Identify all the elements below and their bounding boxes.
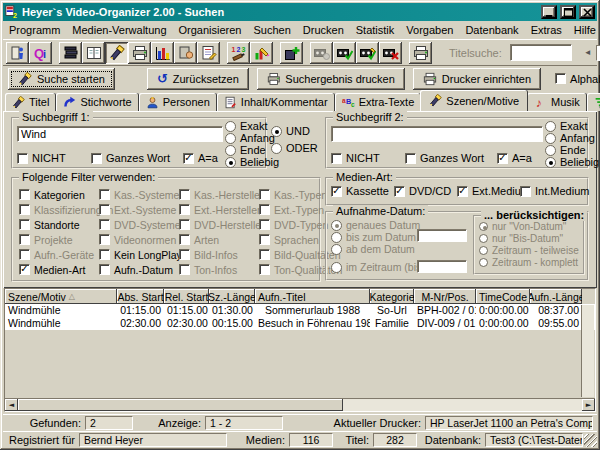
resize-grip[interactable] [584,434,597,447]
filter-checkbox[interactable]: Kein LongPlay [99,247,179,262]
search-option-checkbox[interactable]: Ganzes Wort [405,152,484,164]
scroll-right-icon[interactable]: ► [582,399,595,411]
search-mode-radio[interactable]: Exakt [545,120,588,132]
column-header[interactable]: TimeCode [476,289,530,304]
titelsuche-spinner: ◄ ► [582,45,600,61]
results-table: Szene/Motiv △ Abs. Start Rel. Start Sz.-… [4,288,596,412]
group-title: Suchbegriff 2: [333,111,407,123]
menu-item[interactable]: Organisieren [173,22,248,38]
search-option-checkbox[interactable]: NICHT [17,152,66,164]
close-button[interactable] [579,5,595,19]
media-overview-icon[interactable] [59,42,82,64]
column-header[interactable]: Abs. Start [117,289,164,304]
column-header[interactable]: Aufn.-Länge [530,289,582,304]
media-type-checkbox[interactable]: DVD/CD [394,185,457,197]
scrollbar-track[interactable] [343,399,582,411]
found-value: 2 [85,416,133,430]
tab-szenen-motive[interactable]: Szenen/Motive [420,90,528,111]
search-mode-radio[interactable]: Anfang [225,132,275,144]
print-labels-icon[interactable] [409,42,432,64]
search-icon[interactable] [105,42,128,64]
column-header[interactable]: Rel. Start [164,289,209,304]
printer-setup-button[interactable]: Drucker einrichten [413,68,541,90]
date-input-2 [417,260,467,273]
menu-item[interactable]: Suchen [248,22,297,38]
maximize-button[interactable] [560,5,576,19]
menu-item[interactable]: Statistik [350,22,401,38]
recording-date-group: Aufnahme-Datum: genaues Datum bis zum Da… [325,211,589,281]
spinner-left-icon[interactable]: ◄ [582,48,594,57]
minimize-button[interactable] [541,5,557,19]
column-header-szene-motiv[interactable]: Szene/Motiv △ [5,289,117,304]
edit-notes-icon[interactable] [197,42,220,64]
filter-checkbox: Sprachen [259,232,325,247]
filter-checkbox[interactable]: Standorte [19,217,99,232]
menu-item[interactable]: Hilfe [568,22,600,38]
search-option-checkbox[interactable]: A=a [497,152,532,164]
column-header[interactable]: Kategorie [370,289,414,304]
menu-item[interactable]: Programm [3,22,66,38]
renumber-icon[interactable] [227,42,250,64]
combine-radio[interactable]: UND [271,125,310,137]
tab-stichworte[interactable]: Stichworte [56,93,138,111]
search-option-checkbox[interactable]: NICHT [331,152,380,164]
result-row[interactable]: Windmühle 01:15.00 01:15.00 01:30.00 Som… [5,304,595,317]
tab-filter[interactable]: Filter [587,93,600,111]
search-option-checkbox[interactable]: A=a [183,152,218,164]
print-results-button[interactable]: Suchergebnis drucken [257,68,405,90]
catalog-icon[interactable] [82,42,105,64]
search-mode-radio[interactable]: Ende [225,144,266,156]
media-type-checkbox[interactable]: Ext.Medium [457,185,520,197]
combine-radio[interactable]: ODER [271,142,318,154]
menu-item[interactable]: Drucken [297,22,350,38]
menu-item[interactable]: Vorgaben [400,22,459,38]
scrollbar-thumb[interactable] [18,399,343,411]
search-mode-radio[interactable]: Beliebig [545,156,599,168]
menu-item[interactable]: Datenbank [459,22,524,38]
filter-checkbox: Kas.-Systeme [99,187,179,202]
search-mode-radio[interactable]: Exakt [225,120,268,132]
date-mode-radio: im Zeitraum (bis:) [331,261,428,273]
tab-personen[interactable]: Personen [139,93,217,111]
quickinfo-icon[interactable] [29,42,52,64]
tab-extra-texte[interactable]: Extra-Texte [335,93,422,111]
column-header[interactable]: M-Nr/Pos. [414,289,476,304]
result-row[interactable]: Windmühle 02:30.00 02:30.00 00:15.00 Bes… [5,317,595,330]
print-icon[interactable] [128,42,151,64]
search-option-checkbox[interactable]: Ganzes Wort [91,152,170,164]
column-header[interactable]: Sz.-Länge [209,289,255,304]
vertical-scrollbar[interactable] [581,305,594,397]
add-media-icon[interactable] [280,42,303,64]
search-term-2-input[interactable] [331,126,543,142]
app-icon [5,5,19,19]
search-term-1-input[interactable] [17,126,223,142]
reset-button[interactable]: ↺ Zurücksetzen [147,68,249,90]
statistics-icon[interactable] [151,42,174,64]
tab-titel[interactable]: Titel [5,93,56,111]
filter-checkbox[interactable]: Kategorien [19,187,99,202]
column-header[interactable]: Aufn.-Titel [255,289,370,304]
titelsuche-input[interactable] [510,44,572,61]
edit-statistics-icon[interactable] [250,42,273,64]
menu-item[interactable]: Medien-Verwaltung [66,22,172,38]
tab-musik[interactable]: Musik [527,93,587,111]
media-edit-icon[interactable] [356,42,379,64]
tab-inhalt-kommentar[interactable]: Inhalt/Kommentar [217,93,335,111]
printer-icon [423,72,437,86]
filter-checkbox[interactable]: Aufn.-Datum [99,262,179,277]
search-term-2-group: Suchbegriff 2: NICHT Ganzes Wort A=a Exa… [325,117,589,169]
media-type-checkbox[interactable]: Int.Medium [520,185,583,197]
media-checkin-icon[interactable] [333,42,356,64]
search-mode-radio[interactable]: Anfang [545,132,595,144]
lend-icon[interactable] [174,42,197,64]
media-delete-icon[interactable] [379,42,402,64]
alphabetical-sort-checkbox[interactable]: Alphabetische Sortierung [555,73,600,85]
media-type-checkbox[interactable]: Kassette [331,185,394,197]
search-mode-radio[interactable]: Ende [545,144,586,156]
filter-checkbox[interactable]: Medien-Art [19,262,99,277]
scroll-left-icon[interactable]: ◄ [5,399,18,411]
menu-item[interactable]: Extras [525,22,568,38]
tab-strip: Titel Stichworte Personen Inhalt/Komment… [3,91,597,111]
start-search-button[interactable]: Suche starten [8,68,115,90]
exit-icon[interactable] [6,42,29,64]
